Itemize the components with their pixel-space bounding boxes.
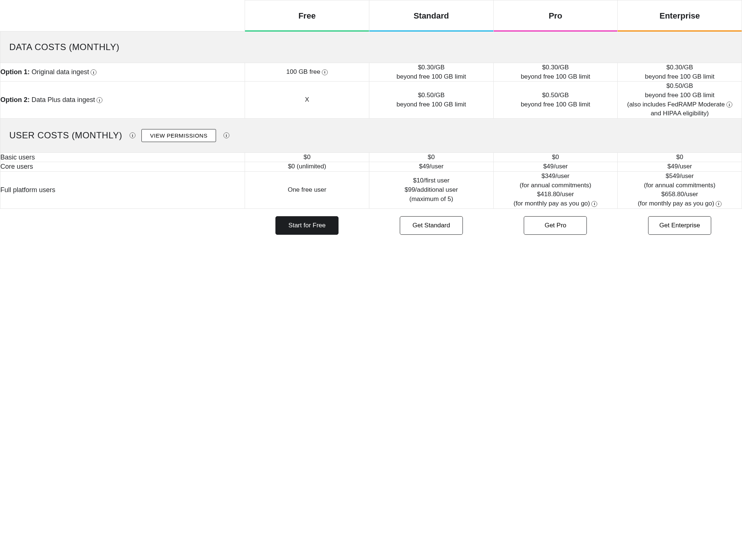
- table-cell: $0: [618, 152, 742, 162]
- table-cell: $0 (unlimited): [245, 162, 369, 172]
- row-label-text: Data Plus data ingest: [30, 96, 95, 103]
- row-label: Core users: [0, 162, 245, 172]
- table-row: Basic users$0$0$0$0: [0, 152, 742, 162]
- cell-line: beyond free 100 GB limit: [494, 100, 618, 109]
- table-row: Option 1: Original data ingesti100 GB fr…: [0, 63, 742, 82]
- info-icon[interactable]: i: [726, 102, 732, 108]
- info-icon[interactable]: i: [591, 201, 597, 207]
- row-label-bold: Option 2:: [0, 96, 30, 103]
- tier-header-standard: Standard: [369, 0, 493, 32]
- cta-cell: Get Pro: [493, 208, 618, 242]
- tier-name: Free: [298, 11, 316, 20]
- view-permissions-button[interactable]: VIEW PERMISSIONS: [141, 129, 216, 142]
- section-title-cell: DATA COSTS (MONTHLY): [0, 32, 742, 63]
- table-cell: $0.50/GBbeyond free 100 GB limit(also in…: [618, 82, 742, 119]
- cell-line: $49/user: [618, 162, 742, 171]
- tier-header-pro: Pro: [493, 0, 618, 32]
- tier-underline: [369, 30, 493, 32]
- cell-line: (for monthly pay as you go)i: [618, 199, 742, 208]
- cta-cell: Get Enterprise: [618, 208, 742, 242]
- table-cell: 100 GB freei: [245, 63, 369, 82]
- table-cell: One free user: [245, 172, 369, 209]
- tier-underline: [618, 30, 742, 32]
- table-cell: $49/user: [493, 162, 618, 172]
- cell-line: $0: [494, 153, 618, 162]
- cell-line: $0 (unlimited): [245, 162, 369, 171]
- table-cell: $0.30/GBbeyond free 100 GB limit: [618, 63, 742, 82]
- cta-blank: [0, 208, 245, 242]
- cell-line: beyond free 100 GB limit: [618, 72, 742, 82]
- table-cell: $49/user: [369, 162, 493, 172]
- cell-line: $0.30/GB: [369, 63, 493, 72]
- tier-name: Pro: [549, 11, 562, 20]
- cta-button[interactable]: Get Standard: [400, 216, 463, 235]
- section-header-data-costs: DATA COSTS (MONTHLY): [0, 32, 742, 63]
- table-cell: $10/first user$99/additional user(maximu…: [369, 172, 493, 209]
- table-cell: $0.50/GBbeyond free 100 GB limit: [369, 82, 493, 119]
- cta-button[interactable]: Get Enterprise: [648, 216, 711, 235]
- tier-underline: [245, 30, 369, 32]
- tier-header-row: Free Standard Pro Enterprise: [0, 0, 742, 32]
- tier-header-free: Free: [245, 0, 369, 32]
- cell-line: $0.50/GB: [494, 91, 618, 100]
- cell-line: beyond free 100 GB limit: [494, 72, 618, 82]
- section-title: USER COSTS (MONTHLY): [9, 130, 122, 141]
- cell-line: $49/user: [369, 162, 493, 171]
- info-icon[interactable]: i: [91, 69, 97, 75]
- cell-line: $0: [369, 153, 493, 162]
- tier-name: Standard: [414, 11, 449, 20]
- cell-line: $418.80/user: [494, 190, 618, 199]
- cell-line: $10/first user: [369, 176, 493, 185]
- cell-line: $0.50/GB: [369, 91, 493, 100]
- cell-line: beyond free 100 GB limit: [369, 100, 493, 109]
- pricing-body: DATA COSTS (MONTHLY)Option 1: Original d…: [0, 32, 742, 242]
- cta-cell: Get Standard: [369, 208, 493, 242]
- cell-line: One free user: [245, 185, 369, 195]
- table-cell: $0.30/GBbeyond free 100 GB limit: [369, 63, 493, 82]
- cell-line: $49/user: [494, 162, 618, 171]
- cell-line: (for annual commitments): [618, 181, 742, 190]
- table-row: Option 2: Data Plus data ingestiX$0.50/G…: [0, 82, 742, 119]
- cell-line: $658.80/user: [618, 190, 742, 199]
- cell-line: $0: [618, 153, 742, 162]
- table-cell: X: [245, 82, 369, 119]
- info-icon[interactable]: i: [322, 69, 328, 75]
- tier-underline: [494, 30, 618, 32]
- row-label-text: Original data ingest: [30, 68, 89, 76]
- info-icon[interactable]: i: [223, 132, 229, 138]
- cell-line: 100 GB freei: [245, 67, 369, 77]
- row-label: Option 1: Original data ingesti: [0, 63, 245, 82]
- table-cell: $0.30/GBbeyond free 100 GB limit: [493, 63, 618, 82]
- section-title-cell: USER COSTS (MONTHLY)iVIEW PERMISSIONSi: [0, 118, 742, 152]
- header-blank: [0, 0, 245, 32]
- cell-line: (also includes FedRAMP Moderatei: [618, 100, 742, 109]
- cell-line: $349/user: [494, 172, 618, 181]
- cell-line: $99/additional user: [369, 185, 493, 195]
- cell-line: $0: [245, 153, 369, 162]
- info-icon[interactable]: i: [97, 97, 102, 103]
- cell-line: and HIPAA eligibility): [618, 109, 742, 118]
- cell-line: (maximum of 5): [369, 195, 493, 204]
- table-cell: $0.50/GBbeyond free 100 GB limit: [493, 82, 618, 119]
- cta-button[interactable]: Start for Free: [275, 216, 339, 235]
- row-label: Full platform users: [0, 172, 245, 209]
- cta-button[interactable]: Get Pro: [524, 216, 587, 235]
- tier-name: Enterprise: [660, 11, 700, 20]
- cell-line: X: [245, 95, 369, 105]
- tier-header-enterprise: Enterprise: [618, 0, 742, 32]
- cell-line: (for annual commitments): [494, 181, 618, 190]
- cell-line: beyond free 100 GB limit: [618, 91, 742, 100]
- info-icon[interactable]: i: [130, 132, 135, 138]
- row-label-bold: Option 1:: [0, 68, 30, 76]
- info-icon[interactable]: i: [716, 201, 722, 207]
- cta-cell: Start for Free: [245, 208, 369, 242]
- table-cell: $49/user: [618, 162, 742, 172]
- table-cell: $349/user(for annual commitments)$418.80…: [493, 172, 618, 209]
- cell-line: beyond free 100 GB limit: [369, 72, 493, 82]
- section-header-user-costs: USER COSTS (MONTHLY)iVIEW PERMISSIONSi: [0, 118, 742, 152]
- pricing-comparison-table: Free Standard Pro Enterprise DATA COSTS …: [0, 0, 742, 242]
- table-cell: $0: [245, 152, 369, 162]
- table-cell: $0: [493, 152, 618, 162]
- cell-line: $0.30/GB: [494, 63, 618, 72]
- cell-line: $0.50/GB: [618, 82, 742, 91]
